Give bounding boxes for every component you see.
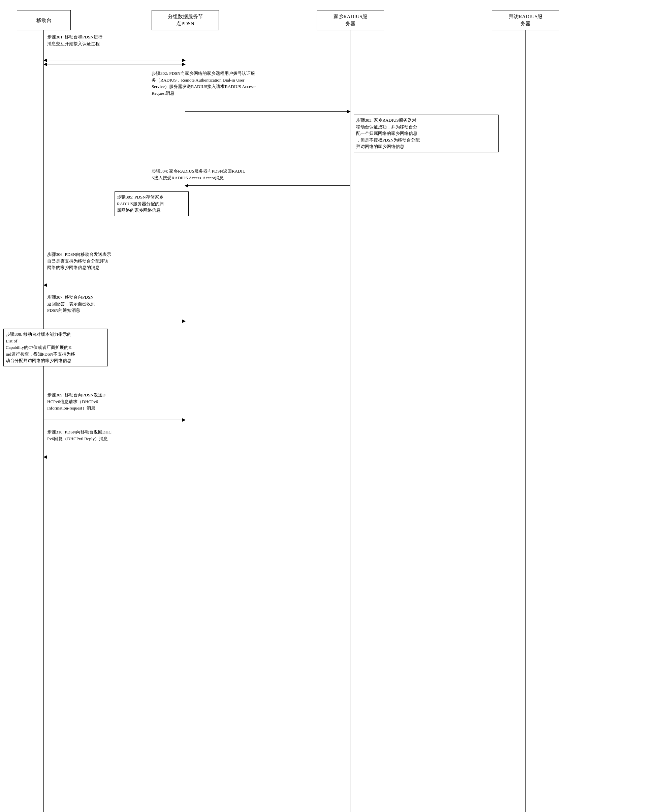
lifeline-mobile [43,30,44,812]
step303-box: 步骤303: 家乡RADIUS服务器对 移动台认证成功，并为移动台分 配一个归属… [354,115,499,153]
step302-label: 步骤302: PDSN向家乡网络的家乡远程用户拨号认证服 务（RADIUS，Re… [152,70,256,97]
lifeline-visit-radius [525,30,526,812]
step304-arrow [185,185,351,186]
step302-arrow [185,111,351,112]
step310-arrow [44,457,185,457]
step310-label: 步骤310: PDSN向移动台返回DHC Pv6回复（DHCPv6 Reply）… [47,429,111,442]
actor-mobile-label: 移动台 [36,17,52,24]
actor-visit-radius-label: 拜访RADIUS服务器 [509,13,543,27]
actor-pdsn: 分组数据服务节点PDSN [152,10,219,30]
step307-label: 步骤307: 移动台向PDSN 返回应答，表示自己收到 PDSN的通知消息 [47,294,95,314]
sequence-diagram: 移动台 分组数据服务节点PDSN 家乡RADIUS服务器 拜访RADIUS服务器… [0,0,665,812]
step306-label: 步骤306: PDSN向移动台发送表示 自己是否支持为移动台分配拜访 网络的家乡… [47,251,111,271]
step301-label: 步骤301: 移动台和PDSN进行消息交互开始接入认证过程 [47,34,102,47]
actor-visit-radius: 拜访RADIUS服务器 [492,10,559,30]
actor-mobile: 移动台 [17,10,71,30]
step307-arrow [44,321,185,321]
step304-label: 步骤304: 家乡RADIUS服务器向PDSN返回RADIU S接入接受RADI… [152,168,246,181]
actor-pdsn-label: 分组数据服务节点PDSN [168,13,203,27]
step309-label: 步骤309: 移动台向PDSN发送D HCPv6信息请求（DHCPv6 Info… [47,392,105,412]
lifeline-home-radius [350,30,351,812]
step301-arrow2 [44,64,185,64]
step308-box: 步骤308: 移动台对版本能力指示的 List of Capability的C7… [3,329,108,366]
step305-box: 步骤305: PDSN存储家乡 RADIUS服务器分配的归 属网络的家乡网络信息 [115,192,188,216]
step306-arrow [44,285,185,285]
actor-home-radius: 家乡RADIUS服务器 [317,10,384,30]
step309-arrow [44,420,185,420]
actor-home-radius-label: 家乡RADIUS服务器 [334,13,367,27]
